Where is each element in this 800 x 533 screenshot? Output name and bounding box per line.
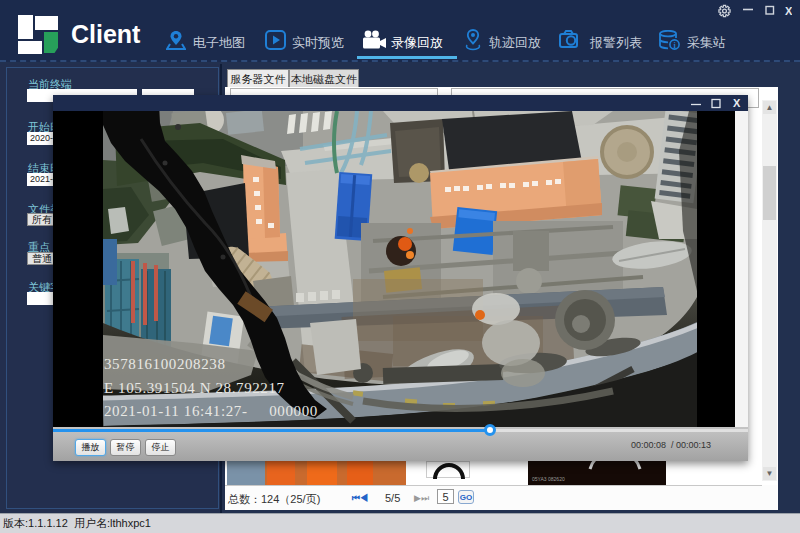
svg-text:05YA3 082620: 05YA3 082620 [532,476,565,482]
svg-text:X: X [733,97,741,109]
svg-text:X: X [785,5,792,17]
